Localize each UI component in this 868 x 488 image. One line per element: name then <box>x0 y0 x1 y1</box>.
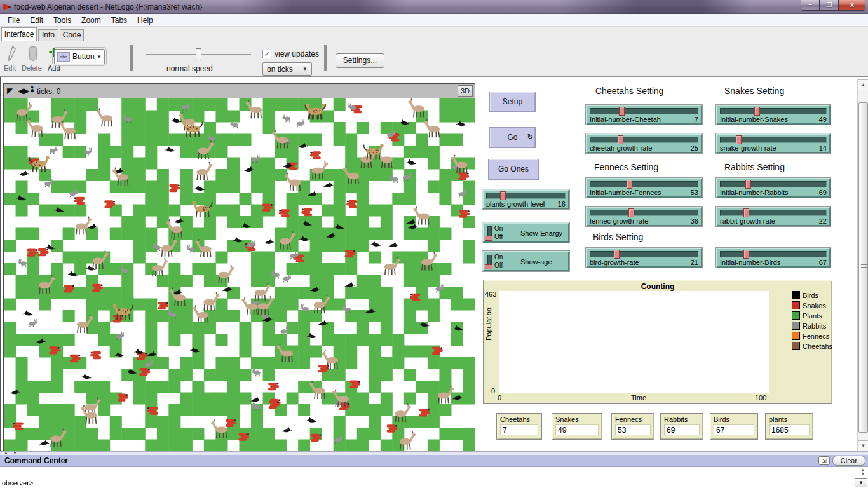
go-ones-button[interactable]: Go Ones <box>488 159 539 180</box>
world-view[interactable]: ◤ ◀▶ ⯅ ▲▼ ticks: 0 3D <box>3 83 475 451</box>
delete-trash-icon[interactable] <box>27 45 39 62</box>
slider-plants-growth-level[interactable]: plants-growth-level16 <box>482 189 569 209</box>
legend-item-rabbits: Rabbits <box>792 322 826 330</box>
slider-handle[interactable] <box>743 250 749 259</box>
slider-handle[interactable] <box>743 208 749 217</box>
y-axis-max-label: 463 <box>485 290 496 298</box>
slider-initial-number-snakes[interactable]: Initial-number-Snakes49 <box>716 105 831 125</box>
view-updates-checkbox[interactable]: ✓ <box>262 50 271 58</box>
y-axis-min-label: 0 <box>491 387 495 395</box>
slider-value: 7 <box>695 116 698 123</box>
legend-item-plants: Plants <box>792 311 822 320</box>
checkmark-icon: ✓ <box>264 50 269 58</box>
chevron-down-icon: ▼ <box>302 66 308 72</box>
switch-handle[interactable] <box>485 264 492 269</box>
slider-handle[interactable] <box>627 180 632 189</box>
slider-bird-growth-rate[interactable]: bird-growth-rate21 <box>586 248 702 268</box>
menu-edit[interactable]: Edit <box>25 15 48 26</box>
3d-view-button[interactable]: 3D <box>458 85 473 97</box>
delete-button-label[interactable]: Delete <box>22 64 42 72</box>
go-button[interactable]: Go ↻ <box>489 127 536 148</box>
monitor-value: 7 <box>500 424 538 435</box>
command-history-dropdown[interactable]: ▼ <box>855 478 867 487</box>
vertical-arrows-icon[interactable]: ▲▼ <box>29 85 35 93</box>
slider-initial-number-rabbits[interactable]: Initial-number-Rabbits69 <box>716 178 831 198</box>
monitor-label: Rabbits <box>664 416 700 423</box>
tab-row: Interface Info Code <box>0 27 868 41</box>
slider-handle[interactable] <box>618 135 623 144</box>
add-button-label[interactable]: Add <box>48 64 60 72</box>
slider-initial-number-cheetah[interactable]: Initial-number-Cheetah7 <box>586 105 702 125</box>
scroll-down-icon[interactable]: ▼ <box>859 472 867 477</box>
tab-info[interactable]: Info <box>38 29 58 41</box>
slider-handle[interactable] <box>619 107 625 116</box>
edit-pencil-icon[interactable] <box>6 45 18 62</box>
slider-fennec-growth-rate[interactable]: fennec-growth-rate36 <box>586 207 702 226</box>
world-view-header: ◤ ◀▶ ⯅ ▲▼ ticks: 0 3D <box>4 84 475 98</box>
menu-zoom[interactable]: Zoom <box>76 15 106 26</box>
tab-interface[interactable]: Interface <box>1 27 37 41</box>
slider-track <box>590 181 698 187</box>
scrollbar-thumb[interactable] <box>858 102 868 433</box>
scroll-down-icon[interactable]: ▼ <box>858 440 868 451</box>
forever-icon: ↻ <box>527 127 533 147</box>
settings-button[interactable]: Settings... <box>336 53 384 68</box>
slider-rabbit-growth-rate[interactable]: rabbit-growth-rate22 <box>716 207 831 226</box>
slider-initial-number-fennecs[interactable]: Initial-number-Fennecs53 <box>586 178 702 198</box>
switch-handle[interactable] <box>485 236 492 241</box>
resize-corner-icon[interactable]: ◤ <box>7 86 13 95</box>
switch-on-label: On <box>494 254 503 261</box>
legend-swatch-birds <box>792 291 800 299</box>
scroll-up-icon[interactable]: ▲ <box>858 79 868 90</box>
legend-item-birds: Birds <box>792 291 818 299</box>
slider-handle[interactable] <box>745 180 751 189</box>
slider-track <box>720 181 827 187</box>
monitor-rabbits: Rabbits 69 <box>660 413 703 440</box>
counting-plot[interactable]: Counting 463 0 Population 0 Time 100 Bir… <box>483 280 832 404</box>
close-button[interactable]: x <box>839 0 865 11</box>
splitter-down-icon[interactable]: ▼ <box>13 451 17 455</box>
switch-show-energy[interactable]: OnOff Show-Enargy <box>482 222 569 243</box>
section-title-snakes: Snakes Setting <box>724 86 784 96</box>
menu-help[interactable]: Help <box>132 15 158 26</box>
menu-tabs[interactable]: Tabs <box>106 15 132 26</box>
switch-off-label: Off <box>494 233 503 240</box>
monitor-label: Cheetahs <box>500 416 538 423</box>
slider-cheetah-growth-rate[interactable]: cheetah-growth-rate25 <box>586 133 702 153</box>
setup-button[interactable]: Setup <box>489 92 536 112</box>
scroll-up-icon[interactable]: ▲ <box>859 468 867 472</box>
command-center-header: Command Center ⇲ Clear <box>0 455 868 467</box>
legend-label: Plants <box>803 312 822 320</box>
speed-slider-thumb[interactable] <box>196 48 201 60</box>
switch-show-age[interactable]: OnOff Show-age <box>482 251 569 271</box>
minimize-button[interactable]: – <box>801 0 820 11</box>
slider-snake-growth-rate[interactable]: snake-growth-rate14 <box>716 133 831 153</box>
menu-tools[interactable]: Tools <box>48 15 76 26</box>
slider-handle[interactable] <box>628 208 634 217</box>
slider-initial-number-birds[interactable]: Initial-number-Birds67 <box>716 248 831 268</box>
slider-handle[interactable] <box>614 250 620 259</box>
slider-value: 16 <box>558 200 566 208</box>
edit-button-label[interactable]: Edit <box>4 64 16 72</box>
menu-file[interactable]: File <box>3 15 25 26</box>
update-mode-combobox[interactable]: on ticks ▼ <box>262 62 312 76</box>
command-center-export-button[interactable]: ⇲ <box>818 456 830 465</box>
world-grid[interactable] <box>4 98 475 451</box>
section-title-birds: Birds Setting <box>593 232 643 242</box>
splitter-up-icon[interactable]: ▲ <box>4 451 8 455</box>
slider-handle[interactable] <box>754 107 760 116</box>
interface-vertical-scrollbar[interactable]: ▲ ▼ <box>857 79 868 451</box>
scrollbar-grip <box>861 264 867 269</box>
slider-handle[interactable] <box>736 135 742 144</box>
clear-button[interactable]: Clear <box>832 456 865 466</box>
tab-code[interactable]: Code <box>60 29 84 41</box>
horizontal-arrows-icon[interactable]: ◀▶ <box>18 86 29 95</box>
monitor-plants: plants 1685 <box>765 413 813 440</box>
widget-type-combobox[interactable]: abc Button ▼ <box>54 49 105 64</box>
restore-button[interactable]: ❐ <box>820 0 839 11</box>
slider-label: Initial-number-Snakes <box>720 116 788 123</box>
slider-handle[interactable] <box>500 191 506 200</box>
slider-label: plants-growth-level <box>486 200 545 208</box>
view-updates-label: view updates <box>275 50 319 58</box>
output-scrollbar[interactable]: ▲ ▼ <box>859 468 867 478</box>
